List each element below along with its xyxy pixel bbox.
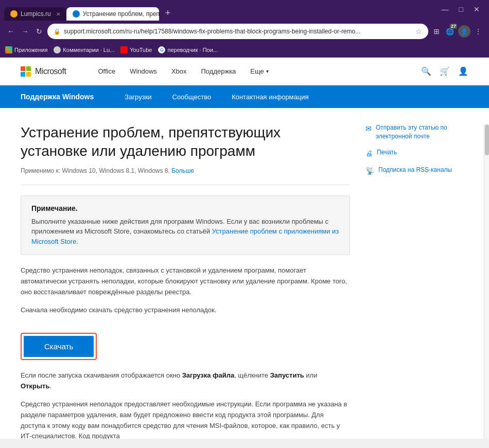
- address-text: support.microsoft.com/ru-ru/help/17588/w…: [64, 28, 412, 35]
- close-button[interactable]: ✕: [470, 4, 483, 14]
- nav-xbox[interactable]: Xbox: [165, 63, 193, 79]
- profile-button[interactable]: 👤: [458, 25, 470, 38]
- ext-youtube-label: YouTube: [130, 47, 152, 53]
- print-icon: 🖨: [365, 149, 373, 159]
- article-content: Устранение проблем, препятствующих устан…: [21, 123, 350, 439]
- nav-more[interactable]: Еще ▾: [244, 63, 274, 79]
- email-icon: ✉: [365, 124, 372, 134]
- address-bar[interactable]: 🔒 support.microsoft.com/ru-ru/help/17588…: [47, 24, 428, 39]
- ext-youtube[interactable]: YouTube: [120, 46, 152, 53]
- ext-translate-label: переводчик · Пои...: [167, 47, 218, 53]
- ext-translate[interactable]: G переводчик · Пои...: [158, 46, 218, 53]
- applies-to-link[interactable]: Больше: [171, 167, 194, 174]
- sidebar-print-label: Печать: [377, 148, 397, 157]
- apps-icon: [5, 46, 12, 53]
- ms-header: Microsoft Office Windows Xbox Поддержка …: [0, 58, 489, 85]
- after-download-text: Если после запуска скачивания отображает…: [21, 370, 350, 392]
- bookmark-button[interactable]: ☆: [415, 27, 422, 35]
- nav-downloads[interactable]: Загрузки: [114, 85, 162, 108]
- nav-windows[interactable]: Windows: [124, 63, 163, 79]
- rss-icon: 📡: [365, 166, 374, 176]
- ms-logo[interactable]: Microsoft: [21, 66, 66, 77]
- account-icon[interactable]: 👤: [458, 66, 468, 76]
- note-text: Выполните указанные ниже действия для пр…: [31, 217, 339, 247]
- download-button-wrapper: Скачать: [21, 333, 97, 360]
- cart-icon[interactable]: 🛒: [440, 66, 450, 76]
- tab-support[interactable]: Устранение проблем, препятст… ✕: [66, 7, 159, 21]
- dropdown-chevron: ▾: [266, 68, 269, 74]
- ext-comment-label: Комментарии · Lu...: [63, 47, 114, 53]
- tab-label: Lumpics.ru: [21, 10, 51, 17]
- ms-header-right: 🔍 🛒 👤: [421, 66, 468, 76]
- sidebar-print[interactable]: 🖨 Печать: [365, 148, 468, 159]
- body-text-1: Средство устранения неполадок, связанных…: [21, 265, 350, 297]
- ms-nav: Office Windows Xbox Поддержка Еще ▾: [92, 63, 274, 79]
- youtube-icon: [120, 46, 128, 53]
- maximize-button[interactable]: □: [456, 4, 466, 14]
- divider: [21, 185, 350, 185]
- tab-label-active: Устранение проблем, препятст…: [83, 10, 159, 17]
- sidebar-email[interactable]: ✉ Отправить эту статью по электронной по…: [365, 123, 468, 141]
- nav-community[interactable]: Сообщество: [162, 85, 222, 108]
- sidebar-email-label: Отправить эту статью по электронной почт…: [376, 123, 468, 141]
- note-title: Примечание.: [31, 204, 339, 212]
- main-content: Устранение проблем, препятствующих устан…: [0, 108, 489, 439]
- note-box: Примечание. Выполните указанные ниже дей…: [21, 195, 350, 256]
- lock-icon: 🔒: [54, 28, 61, 35]
- support-nav: Поддержка Windows Загрузки Сообщество Ко…: [0, 85, 489, 108]
- comment-icon: [54, 46, 61, 53]
- download-button[interactable]: Скачать: [24, 336, 94, 357]
- tab-close[interactable]: ✕: [56, 11, 60, 17]
- profile-icon: 👤: [461, 28, 468, 35]
- tab-favicon-active: [73, 10, 80, 17]
- scrollbar-thumb[interactable]: [485, 124, 489, 155]
- tab-lumpics[interactable]: Lumpics.ru ✕: [4, 7, 66, 21]
- menu-button[interactable]: ⋮: [473, 25, 484, 38]
- sidebar: ✉ Отправить эту статью по электронной по…: [365, 123, 468, 439]
- nav-contact[interactable]: Контактная информация: [221, 85, 319, 108]
- search-icon[interactable]: 🔍: [421, 66, 431, 76]
- applies-to: Применимо к: Windows 10, Windows 8.1, Wi…: [21, 167, 350, 174]
- date-badge: 27: [450, 24, 457, 29]
- ext-apps[interactable]: Приложения: [5, 46, 47, 53]
- new-tab-button[interactable]: +: [161, 6, 175, 21]
- article-title: Устранение проблем, препятствующих устан…: [21, 123, 350, 161]
- reload-button[interactable]: ↻: [34, 25, 44, 38]
- minimize-button[interactable]: —: [439, 4, 452, 14]
- ms-logo-grid: [21, 66, 31, 77]
- ext-comment[interactable]: Комментарии · Lu...: [54, 46, 114, 53]
- google-icon: G: [158, 46, 165, 53]
- support-nav-title: Поддержка Windows: [21, 93, 94, 101]
- sidebar-rss-label: Подписка на RSS-каналы: [378, 166, 452, 174]
- body-text-3: Средство устранения неполадок предоставл…: [21, 399, 350, 439]
- body-text-2: Сначала необходимо скачать средство устр…: [21, 305, 350, 316]
- scrollbar[interactable]: [484, 124, 489, 439]
- nav-support[interactable]: Поддержка: [195, 63, 242, 79]
- sidebar-rss[interactable]: 📡 Подписка на RSS-каналы: [365, 166, 468, 176]
- forward-button[interactable]: →: [20, 25, 31, 38]
- extensions-button[interactable]: ⊞: [431, 25, 442, 38]
- tab-favicon: [10, 10, 18, 17]
- ext-apps-label: Приложения: [14, 47, 47, 53]
- nav-office[interactable]: Office: [92, 63, 121, 79]
- back-button[interactable]: ←: [5, 25, 16, 38]
- ms-logo-text: Microsoft: [35, 67, 66, 76]
